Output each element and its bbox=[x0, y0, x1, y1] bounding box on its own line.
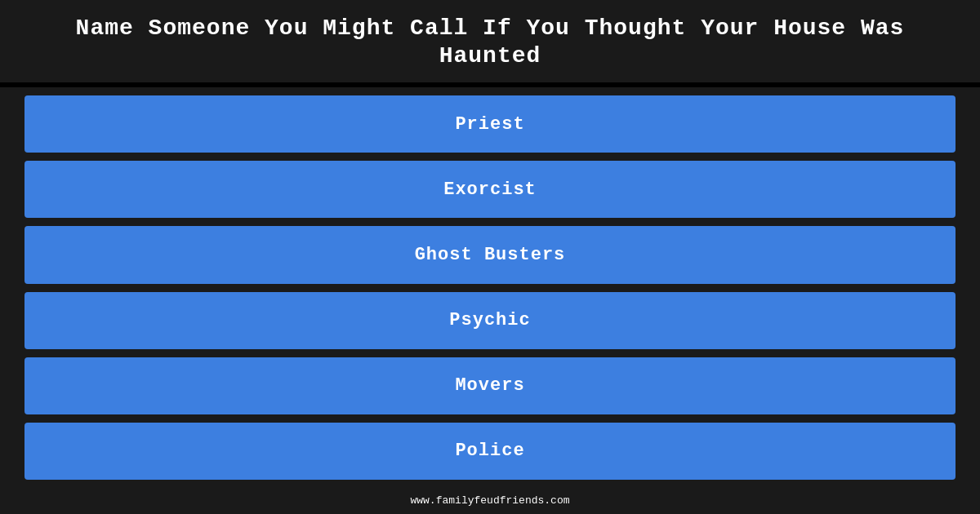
answer-1-label: Priest bbox=[455, 114, 524, 135]
answer-1[interactable]: Priest bbox=[24, 95, 956, 153]
answer-4-label: Psychic bbox=[449, 310, 530, 330]
page-title: Name Someone You Might Call If You Thoug… bbox=[24, 15, 956, 69]
answer-6[interactable]: Police bbox=[24, 423, 956, 480]
answer-6-label: Police bbox=[455, 441, 524, 461]
answer-5[interactable]: Movers bbox=[24, 357, 956, 414]
answer-2-label: Exorcist bbox=[443, 179, 537, 200]
answer-2[interactable]: Exorcist bbox=[24, 161, 956, 218]
answer-3[interactable]: Ghost Busters bbox=[24, 226, 956, 283]
answer-5-label: Movers bbox=[455, 375, 524, 396]
answers-container: Priest Exorcist Ghost Busters Psychic Mo… bbox=[0, 87, 980, 486]
answer-4[interactable]: Psychic bbox=[24, 292, 956, 349]
footer-url[interactable]: www.familyfeudfriends.com bbox=[410, 494, 569, 507]
header: Name Someone You Might Call If You Thoug… bbox=[0, 0, 980, 82]
answer-3-label: Ghost Busters bbox=[415, 245, 566, 265]
footer: www.familyfeudfriends.com bbox=[0, 486, 980, 514]
